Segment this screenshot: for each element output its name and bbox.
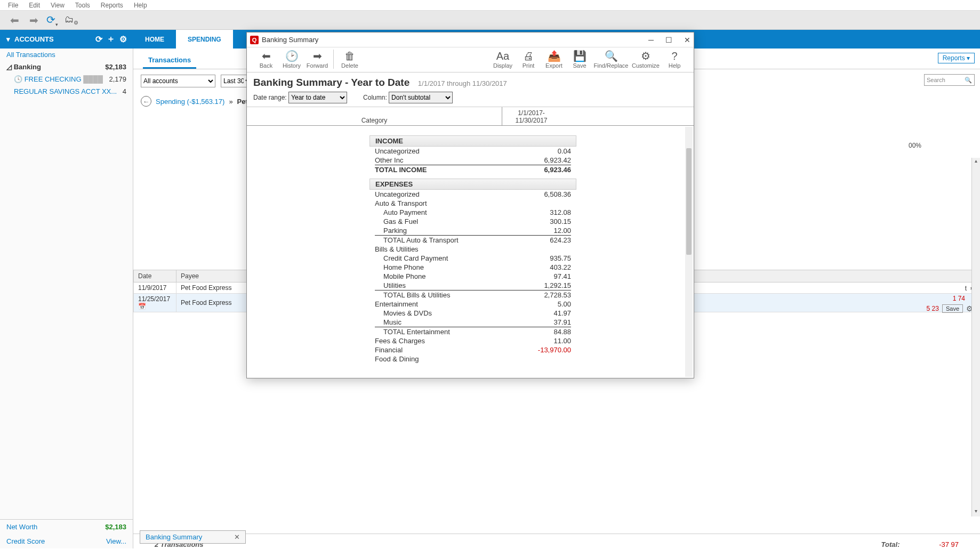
report-scrollbar[interactable] — [685, 127, 693, 377]
report-find-button[interactable]: 🔍Find/Replace — [592, 50, 630, 69]
find-icon: 🔍 — [592, 50, 630, 62]
line-value: 97.41 — [523, 272, 571, 280]
sidebar-account-savings[interactable]: REGULAR SAVINGS ACCT XX... 4 — [0, 85, 133, 98]
line-value: 37.91 — [523, 318, 571, 326]
line-value: 5.00 — [523, 300, 571, 308]
scroll-down-icon[interactable]: ▾ — [972, 508, 980, 516]
report-back-button[interactable]: ⬅Back — [253, 50, 279, 69]
calendar-icon[interactable]: 📅 — [138, 303, 146, 310]
column-label: Column: — [363, 94, 387, 101]
line-label: Utilities — [375, 281, 523, 289]
report-save-button[interactable]: 💾Save — [567, 50, 592, 69]
line-label: Gas & Fuel — [375, 217, 523, 225]
gear-icon: ⚙ — [630, 50, 662, 62]
scroll-up-icon[interactable]: ▴ — [972, 158, 980, 166]
line-label: Food & Dining — [375, 355, 571, 363]
forward-icon: ➡ — [304, 50, 330, 62]
menu-view[interactable]: View — [51, 2, 65, 9]
line-label: Movies & DVDs — [375, 309, 523, 317]
date-range-select[interactable]: Year to date — [288, 92, 347, 103]
total-label: Total: — [881, 540, 900, 548]
minimize-icon[interactable]: ─ — [648, 36, 654, 44]
report-forward-button[interactable]: ➡Forward — [304, 50, 330, 69]
subtotal-label: TOTAL Bills & Utilities — [375, 291, 523, 299]
save-button[interactable]: Save — [942, 304, 963, 313]
menu-help[interactable]: Help — [134, 2, 147, 9]
column-select[interactable]: Don't subtotal — [389, 92, 453, 103]
peek-amounts: t⚙ 1 74 5 23 Save ⚙▾ — [927, 283, 977, 314]
breadcrumb-spending[interactable]: Spending (-$1,563.17) — [156, 98, 224, 106]
report-titlebar[interactable]: Q Banking Summary ─ ☐ ✕ — [247, 33, 694, 47]
menu-edit[interactable]: Edit — [29, 2, 40, 9]
menu-tools[interactable]: Tools — [75, 2, 90, 9]
report-display-button[interactable]: AaDisplay — [490, 50, 516, 69]
sidebar-all-transactions[interactable]: All Transactions — [0, 49, 133, 61]
refresh-icon[interactable]: ⟳▾ — [46, 13, 58, 27]
tab-spending[interactable]: SPENDING — [176, 30, 233, 49]
sidebar-account-checking[interactable]: 🕓 FREE CHECKING ████ 2,179 — [0, 73, 133, 85]
section-expenses: EXPENSES — [369, 179, 576, 190]
sidebar-creditscore[interactable]: Credit Score View... — [0, 534, 133, 548]
search-placeholder: Search — [927, 77, 945, 83]
forward-arrow-icon[interactable]: ➡ — [27, 14, 40, 27]
report-prefs-icon[interactable]: 🗂⚙ — [65, 14, 78, 26]
scrollbar-thumb[interactable] — [686, 148, 692, 255]
line-value: 0.04 — [523, 147, 571, 155]
total-income-label: TOTAL INCOME — [375, 166, 523, 174]
subtab-transactions[interactable]: Transactions — [143, 53, 196, 69]
line-value: 1,292.15 — [523, 281, 571, 289]
col-date[interactable]: Date — [134, 270, 176, 282]
category-bills: Bills & Utilities — [375, 245, 571, 253]
close-icon[interactable]: ✕ — [234, 533, 240, 541]
report-toolbar: ⬅Back 🕑History ➡Forward 🗑Delete AaDispla… — [247, 47, 694, 72]
report-window: Q Banking Summary ─ ☐ ✕ ⬅Back 🕑History ➡… — [246, 32, 694, 378]
report-history-button[interactable]: 🕑History — [279, 50, 304, 69]
content-scrollbar[interactable]: ▴ ▾ — [971, 158, 980, 516]
date-range-label: Date range: — [253, 94, 287, 101]
line-value-negative: -13,970.00 — [523, 346, 571, 354]
report-body[interactable]: INCOME Uncategorized0.04 Other Inc6,923.… — [247, 126, 694, 378]
report-help-button[interactable]: ?Help — [662, 50, 687, 69]
line-value: 312.08 — [523, 208, 571, 216]
back-arrow-icon[interactable]: ⬅ — [8, 14, 21, 27]
report-print-button[interactable]: 🖨Print — [516, 50, 541, 69]
accounts-filter-select[interactable]: All accounts — [141, 75, 215, 87]
peek-amount-1: 1 74 — [953, 295, 965, 302]
line-label: Uncategorized — [375, 190, 523, 198]
line-label: Financial — [375, 346, 523, 354]
trash-icon: 🗑 — [337, 50, 363, 62]
line-label: Auto Payment — [375, 208, 523, 216]
sidebar-banking[interactable]: ◿ Banking $2,183 — [0, 61, 133, 73]
category-entertainment: Entertainment — [375, 300, 523, 308]
report-delete-button[interactable]: 🗑Delete — [337, 50, 363, 69]
report-export-button[interactable]: 📤Export — [541, 50, 567, 69]
report-tab-label: Banking Summary — [146, 533, 202, 541]
reports-dropdown-button[interactable]: Reports ▾ — [938, 53, 975, 63]
report-tab[interactable]: Banking Summary ✕ — [140, 530, 246, 544]
subtotal-value: 84.88 — [523, 328, 571, 336]
breadcrumb-back-icon[interactable]: ← — [141, 96, 151, 107]
sidebar-footer: Net Worth $2,183 Credit Score View... — [0, 519, 133, 548]
search-input[interactable]: Search 🔍 — [924, 74, 975, 86]
accounts-refresh-icon[interactable]: ⟳ — [95, 34, 102, 44]
accounts-add-icon[interactable]: ＋ — [107, 34, 115, 45]
maximize-icon[interactable]: ☐ — [665, 36, 672, 44]
sidebar-networth[interactable]: Net Worth $2,183 — [0, 520, 133, 534]
menu-reports[interactable]: Reports — [101, 2, 123, 9]
close-window-icon[interactable]: ✕ — [684, 36, 690, 44]
line-label: Parking — [375, 227, 523, 235]
report-customize-button[interactable]: ⚙Customize — [630, 50, 662, 69]
report-title: Banking Summary - Year to Date — [253, 77, 409, 88]
help-icon: ? — [662, 50, 687, 62]
display-icon: Aa — [490, 50, 516, 62]
menu-file[interactable]: File — [8, 2, 18, 9]
accounts-dropdown-icon[interactable]: ▾ — [6, 35, 10, 43]
tab-home[interactable]: HOME — [133, 30, 176, 49]
line-label: Home Phone — [375, 263, 523, 271]
section-income: INCOME — [369, 135, 576, 147]
history-icon: 🕑 — [279, 50, 304, 62]
accounts-title: ACCOUNTS — [14, 35, 91, 43]
total-amount: -37 97 — [939, 540, 959, 548]
search-icon: 🔍 — [965, 77, 972, 84]
accounts-gear-icon[interactable]: ⚙ — [119, 34, 127, 44]
